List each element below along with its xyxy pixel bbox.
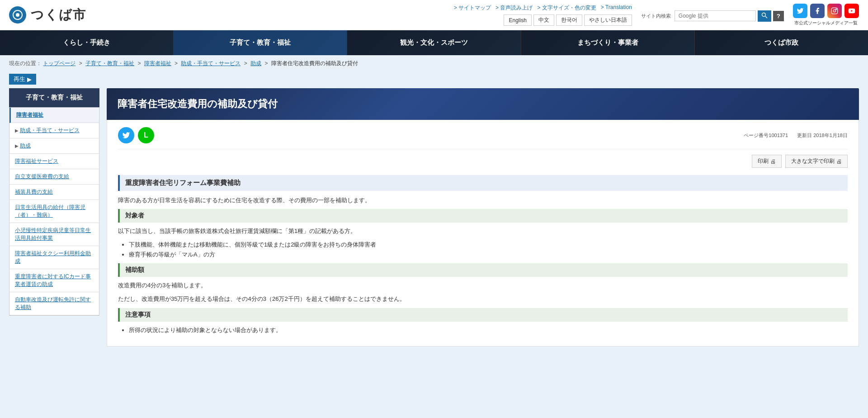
sidebar-item-ic[interactable]: 重度障害者に対するICカード事業者運賃の助成 (9, 269, 99, 292)
printer-icon: 🖨 (770, 158, 776, 165)
tsukuba-logo-icon (9, 6, 26, 24)
site-title: つくば市 (31, 6, 86, 24)
svg-line-3 (765, 16, 767, 18)
youtube-icon[interactable] (844, 4, 859, 18)
article-header: 障害者住宅改造費用の補助及び貸付 (107, 88, 859, 120)
sidebar-item-taxi[interactable]: 障害者福祉タクシー利用料金助成 (9, 246, 99, 269)
instagram-icon[interactable] (827, 4, 842, 18)
subsection-label-chui: 注意事項 (118, 308, 848, 322)
print-large-button[interactable]: 大きな文字で印刷 🖨 (785, 155, 848, 168)
bc-josei-link[interactable]: 助成 (250, 60, 261, 66)
social-media-area: 市公式ソーシャルメディア一覧 (793, 4, 859, 26)
bullet-item: 療育手帳の等級が「マルA」の方 (129, 250, 848, 260)
main-article: 障害者住宅改造費用の補助及び貸付 L ページ番号1001371 更新日 201 (107, 88, 859, 347)
facebook-icon[interactable] (810, 4, 825, 18)
nav-kanko[interactable]: 観光・文化・スポーツ (347, 30, 521, 55)
sidebar-header: 子育て・教育・福祉 (9, 88, 99, 107)
page-info: ページ番号1001371 更新日 2018年1月18日 (744, 132, 848, 139)
lang-korean-button[interactable]: 한국어 (556, 14, 582, 26)
search-button[interactable] (758, 10, 771, 22)
bc-top-link[interactable]: トップページ (43, 60, 75, 66)
lang-english-button[interactable]: English (504, 14, 531, 26)
svg-point-2 (762, 13, 765, 16)
svg-point-6 (836, 9, 837, 10)
audio-link[interactable]: 音声読み上げ (495, 4, 533, 12)
search-area: サイト内検索 ? (641, 10, 784, 22)
hosho-text2: ただし、改造費用が35万円を超える場合は、その4分の3（26万2千円）を超えて補… (118, 294, 848, 304)
share-twitter-icon[interactable] (118, 127, 134, 143)
share-line-icon[interactable]: L (138, 127, 154, 143)
fontsize-link[interactable]: 文字サイズ・色の変更 (537, 4, 596, 12)
share-row: L ページ番号1001371 更新日 2018年1月18日 (118, 127, 848, 149)
section-intro: 障害のある方が日常生活を容易にするために住宅を改造する際、その費用の一部を補助し… (118, 195, 848, 205)
sidebar-item-fukushi[interactable]: 障害福祉サービス (9, 154, 99, 169)
update-date: 更新日 2018年1月18日 (797, 132, 848, 139)
sidebar-item-car[interactable]: 自動車改造及び運転免許に関する補助 (9, 292, 99, 315)
sidebar-item-shoni[interactable]: 小児慢性特定疾病児童等日常生活用具給付事業 (9, 223, 99, 246)
svg-point-5 (833, 10, 835, 12)
logo-area: つくば市 (9, 6, 86, 24)
nav-kosodate[interactable]: 子育て・教育・福祉 (174, 30, 347, 55)
twitter-icon[interactable] (793, 4, 807, 18)
share-icons: L (118, 127, 154, 143)
search-help-button[interactable]: ? (773, 11, 784, 21)
bc-kosodate-link[interactable]: 子育て・教育・福祉 (85, 60, 134, 66)
bc-current: 障害者住宅改造費用の補助及び貸付 (271, 60, 358, 66)
article-body: L ページ番号1001371 更新日 2018年1月18日 印刷 🖨 大きな文字… (107, 120, 859, 347)
subsection-label-taisho: 対象者 (118, 209, 848, 223)
lang-easy-japanese-button[interactable]: やさしい日本語 (584, 14, 632, 26)
print-row: 印刷 🖨 大きな文字で印刷 🖨 (118, 155, 848, 168)
bullet-item: 下肢機能、体幹機能または移動機能に、個別等級で1級または2級の障害をお持ちの身体… (129, 240, 848, 250)
svg-point-1 (16, 13, 19, 17)
top-links-bar: サイトマップ 音声読み上げ 文字サイズ・色の変更 Translation (454, 4, 632, 12)
sidebar: 子育て・教育・福祉 障害者福祉 助成・手当て・サービス 助成 障害福祉サービス … (9, 88, 99, 347)
page-number: ページ番号1001371 (744, 132, 788, 139)
sidebar-nav: 障害者福祉 助成・手当て・サービス 助成 障害福祉サービス 自立支援医療費の支給… (9, 107, 99, 316)
sidebar-item-hosogu[interactable]: 補装具費の支給 (9, 185, 99, 200)
language-buttons: English 中文 한국어 やさしい日本語 (504, 14, 632, 26)
bc-shogaisha-link[interactable]: 障害者福祉 (144, 60, 171, 66)
breadcrumb: 現在の位置： トップページ > 子育て・教育・福祉 > 障害者福祉 > 助成・手… (0, 55, 868, 72)
taisho-bullets: 下肢機能、体幹機能または移動機能に、個別等級で1級または2級の障害をお持ちの身体… (118, 240, 848, 260)
sitemap-link[interactable]: サイトマップ (454, 4, 491, 12)
nav-machizukuri[interactable]: まちづくり・事業者 (521, 30, 695, 55)
printer-large-icon: 🖨 (836, 158, 842, 165)
hosho-text1: 改造費用の4分の3を補助します。 (118, 280, 848, 290)
translation-link[interactable]: Translation (601, 4, 632, 12)
nav-kurashi[interactable]: くらし・手続き (0, 30, 174, 55)
chui-bullet-item: 所得の状況により補助の対象とならない場合があります。 (129, 325, 848, 335)
nav-shisei[interactable]: つくば市政 (695, 30, 868, 55)
sidebar-item-nichijo[interactable]: 日常生活用具の給付（障害児（者）・難病） (9, 200, 99, 223)
taisho-text: 以下に該当し、当該手帳の旅客鉄道株式会社旅行運賃減額欄に「第1種」の記載がある方… (118, 226, 848, 236)
play-button[interactable]: 再生 ▶ (9, 74, 36, 85)
bc-joseilink[interactable]: 助成・手当て・サービス (181, 60, 241, 66)
main-nav: くらし・手続き 子育て・教育・福祉 観光・文化・スポーツ まちづくり・事業者 つ… (0, 30, 868, 55)
sidebar-item-shogaisha[interactable]: 障害者福祉 (9, 108, 99, 123)
article-title: 障害者住宅改造費用の補助及び貸付 (118, 97, 848, 111)
sidebar-item-jiritsu[interactable]: 自立支援医療費の支給 (9, 169, 99, 185)
chui-bullets: 所得の状況により補助の対象とならない場合があります。 (118, 325, 848, 335)
search-input[interactable] (675, 10, 756, 21)
sidebar-item-josei[interactable]: 助成・手当て・サービス (9, 123, 99, 138)
search-label: サイト内検索 (641, 13, 671, 19)
sidebar-item-josei2[interactable]: 助成 (9, 138, 99, 154)
lang-chinese-button[interactable]: 中文 (533, 14, 554, 26)
subsection-label-hosho: 補助額 (118, 263, 848, 277)
print-button[interactable]: 印刷 🖨 (752, 155, 782, 168)
social-media-label: 市公式ソーシャルメディア一覧 (794, 20, 858, 26)
section-heading-1: 重度障害者住宅リフォーム事業費補助 (118, 175, 848, 191)
